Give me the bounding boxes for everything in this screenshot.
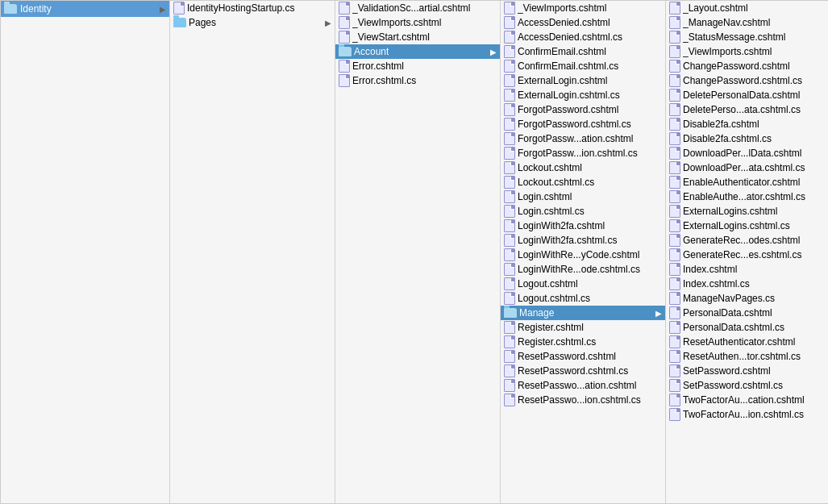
item-label: Register.cshtml.cs: [518, 336, 596, 348]
cshtml-file-icon: [669, 321, 680, 334]
list-item[interactable]: Logout.cshtml.cs: [501, 291, 665, 306]
list-item[interactable]: Lockout.cshtml.cs: [501, 175, 665, 190]
list-item[interactable]: LoginWith2fa.cshtml.cs: [501, 233, 665, 248]
column-1: Identity ▶: [1, 1, 170, 503]
list-item[interactable]: Register.cshtml: [501, 320, 665, 335]
list-item[interactable]: ResetPassword.cshtml.cs: [501, 364, 665, 378]
cshtml-file-icon: [173, 2, 185, 15]
list-item[interactable]: Disable2fa.cshtml.cs: [666, 131, 828, 146]
item-label: PersonalData.cshtml: [683, 307, 772, 319]
list-item[interactable]: _ViewImports.cshtml: [335, 15, 500, 30]
item-label: _ManageNav.cshtml: [683, 17, 771, 28]
list-item[interactable]: DeletePersonalData.cshtml: [666, 88, 828, 102]
list-item[interactable]: LoginWithRe...ode.cshtml.cs: [501, 262, 665, 277]
list-item[interactable]: GenerateRec...es.cshtml.cs: [666, 248, 828, 262]
list-item[interactable]: GenerateRec...odes.cshtml: [666, 233, 828, 248]
list-item[interactable]: ExternalLogins.cshtml.cs: [666, 219, 828, 233]
list-item[interactable]: Login.cshtml: [501, 190, 665, 204]
cshtml-file-icon: [669, 161, 680, 174]
list-item[interactable]: _ValidationSc...artial.cshtml: [335, 1, 500, 15]
list-item[interactable]: SetPassword.cshtml: [666, 364, 828, 378]
list-item[interactable]: EnableAuthenticator.cshtml: [666, 175, 828, 190]
list-item[interactable]: Error.cshtml: [335, 59, 500, 73]
list-item[interactable]: LoginWith2fa.cshtml: [501, 219, 665, 233]
arrow-icon: ▶: [655, 309, 662, 318]
item-label: ChangePassword.cshtml: [683, 60, 790, 72]
cshtml-file-icon: [504, 350, 515, 363]
item-label: ForgotPassword.cshtml: [518, 104, 618, 115]
list-item[interactable]: ForgotPassword.cshtml.cs: [501, 117, 665, 131]
account-folder-item[interactable]: Account ▶: [335, 44, 500, 59]
list-item[interactable]: ManageNavPages.cs: [666, 291, 828, 306]
cshtml-file-icon: [669, 350, 680, 363]
list-item[interactable]: AccessDenied.cshtml.cs: [501, 30, 665, 44]
item-label: Login.cshtml.cs: [518, 206, 585, 217]
item-label: LoginWithRe...ode.cshtml.cs: [518, 264, 640, 275]
list-item[interactable]: _ViewStart.cshtml: [335, 30, 500, 44]
list-item[interactable]: _StatusMessage.cshtml: [666, 30, 828, 44]
list-item[interactable]: ConfirmEmail.cshtml.cs: [501, 59, 665, 73]
list-item[interactable]: ResetPasswo...ation.cshtml: [501, 378, 665, 393]
list-item[interactable]: Register.cshtml.cs: [501, 335, 665, 349]
list-item[interactable]: DownloadPer...ata.cshtml.cs: [666, 160, 828, 175]
list-item[interactable]: ResetAuthenticator.cshtml: [666, 335, 828, 349]
list-item[interactable]: Error.cshtml.cs: [335, 73, 500, 88]
arrow-icon: ▶: [490, 48, 497, 56]
arrow-icon: ▶: [325, 19, 331, 27]
list-item[interactable]: _ManageNav.cshtml: [666, 15, 828, 30]
list-item[interactable]: ResetAuthen...tor.cshtml.cs: [666, 349, 828, 364]
column-3: _ValidationSc...artial.cshtml _ViewImpor…: [335, 1, 501, 503]
list-item[interactable]: IdentityHostingStartup.cs: [170, 1, 335, 15]
cshtml-file-icon: [504, 321, 515, 334]
list-item[interactable]: Index.cshtml.cs: [666, 277, 828, 291]
identity-root-item[interactable]: Identity ▶: [1, 1, 169, 17]
list-item[interactable]: DeletePerso...ata.cshtml.cs: [666, 102, 828, 117]
list-item[interactable]: ExternalLogins.cshtml: [666, 204, 828, 219]
item-label: ResetAuthenticator.cshtml: [683, 336, 795, 348]
list-item[interactable]: ExternalLogin.cshtml: [501, 73, 665, 88]
list-item[interactable]: Pages ▶: [170, 15, 335, 30]
item-label: EnableAuthenticator.cshtml: [683, 177, 800, 188]
list-item[interactable]: Lockout.cshtml: [501, 160, 665, 175]
list-item[interactable]: _ViewImports.cshtml: [666, 44, 828, 59]
list-item[interactable]: TwoFactorAu...cation.cshtml: [666, 393, 828, 407]
list-item[interactable]: EnableAuthe...ator.cshtml.cs: [666, 190, 828, 204]
cshtml-file-icon: [504, 234, 515, 247]
list-item[interactable]: PersonalData.cshtml: [666, 306, 828, 320]
cshtml-file-icon: [669, 205, 680, 218]
list-item[interactable]: Manage▶: [501, 306, 665, 320]
account-label: Account: [354, 46, 389, 57]
list-item[interactable]: ForgotPassw...ation.cshtml: [501, 131, 665, 146]
cshtml-file-icon: [669, 219, 680, 232]
list-item[interactable]: _Layout.cshtml: [666, 1, 828, 15]
list-item[interactable]: Disable2fa.cshtml: [666, 117, 828, 131]
item-label: LoginWith2fa.cshtml: [518, 220, 605, 231]
cshtml-file-icon: [669, 306, 680, 319]
cshtml-file-icon: [669, 89, 680, 102]
cshtml-file-icon: [669, 364, 680, 377]
item-label: ConfirmEmail.cshtml.cs: [518, 60, 618, 72]
list-item[interactable]: ResetPassword.cshtml: [501, 349, 665, 364]
list-item[interactable]: _ViewImports.cshtml: [501, 1, 665, 15]
list-item[interactable]: Login.cshtml.cs: [501, 204, 665, 219]
list-item[interactable]: ChangePassword.cshtml.cs: [666, 73, 828, 88]
item-label: EnableAuthe...ator.cshtml.cs: [683, 191, 805, 202]
list-item[interactable]: AccessDenied.cshtml: [501, 15, 665, 30]
cshtml-file-icon: [504, 379, 515, 392]
cshtml-file-icon: [504, 277, 515, 290]
list-item[interactable]: TwoFactorAu...ion.cshtml.cs: [666, 407, 828, 422]
list-item[interactable]: Index.cshtml: [666, 262, 828, 277]
list-item[interactable]: ResetPasswo...ion.cshtml.cs: [501, 393, 665, 407]
list-item[interactable]: PersonalData.cshtml.cs: [666, 320, 828, 335]
list-item[interactable]: DownloadPer...lData.cshtml: [666, 146, 828, 160]
list-item[interactable]: LoginWithRe...yCode.cshtml: [501, 248, 665, 262]
list-item[interactable]: ChangePassword.cshtml: [666, 59, 828, 73]
list-item[interactable]: ConfirmEmail.cshtml: [501, 44, 665, 59]
list-item[interactable]: SetPassword.cshtml.cs: [666, 378, 828, 393]
list-item[interactable]: Logout.cshtml: [501, 277, 665, 291]
cshtml-file-icon: [669, 45, 680, 58]
list-item[interactable]: ExternalLogin.cshtml.cs: [501, 88, 665, 102]
list-item[interactable]: ForgotPassw...ion.cshtml.cs: [501, 146, 665, 160]
list-item[interactable]: ForgotPassword.cshtml: [501, 102, 665, 117]
item-label: _StatusMessage.cshtml: [683, 31, 785, 43]
